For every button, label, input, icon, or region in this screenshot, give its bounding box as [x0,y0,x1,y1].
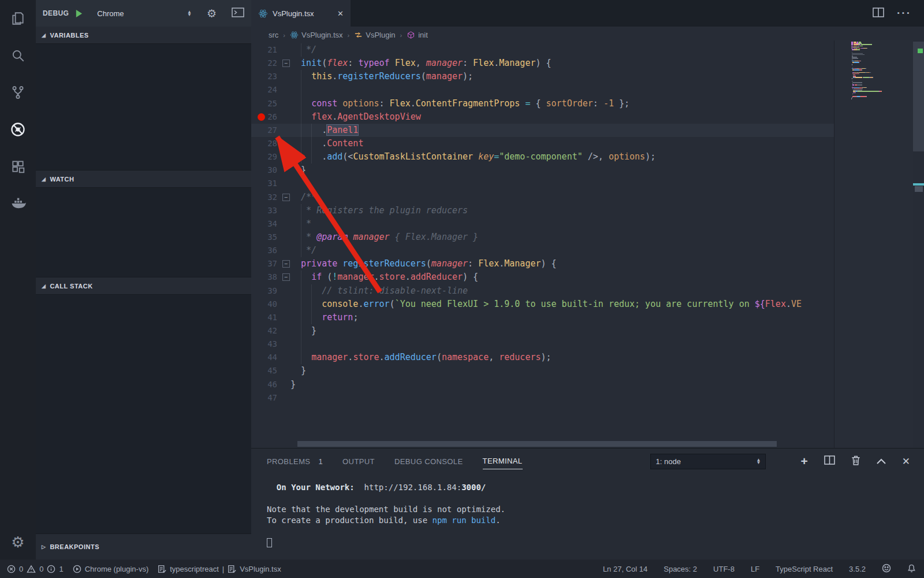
close-panel-icon[interactable]: ✕ [902,455,910,468]
settings-gear-icon[interactable]: ⚙ [0,533,36,551]
code-line[interactable]: 45 } [251,364,834,377]
eol[interactable]: LF [751,565,759,573]
cursor-position[interactable]: Ln 27, Col 14 [603,565,647,573]
run-icon [73,565,81,573]
code-line[interactable]: 22− init(flex: typeof Flex, manager: Fle… [251,57,834,70]
code-line[interactable]: 31 [251,177,834,190]
editor-vertical-scrollbar[interactable] [913,40,924,448]
tasklist-icon [228,565,236,573]
language-mode[interactable]: TypeScript React [776,565,833,573]
breadcrumb-class[interactable]: VsPlugin [354,31,395,39]
fold-icon[interactable]: − [282,60,290,67]
more-actions-icon[interactable]: ··· [897,7,911,20]
debug-console-icon[interactable] [232,8,244,20]
code-line[interactable]: 39 // tslint: disable-next-line [251,284,834,298]
encoding[interactable]: UTF-8 [713,565,735,573]
variables-label: VARIABLES [50,32,88,39]
code-line[interactable]: 41 return; [251,311,834,324]
error-icon [7,565,16,573]
split-editor-icon[interactable] [873,8,884,20]
status-bar: 0 0 1 Chrome (plugin-vs) typescriptreact… [0,560,924,578]
code-line[interactable]: 46} [251,378,834,391]
tab-output[interactable]: OUTPUT [342,454,375,469]
explorer-icon[interactable] [0,0,36,37]
code-line[interactable]: 33 * Registers the plugin reducers [251,204,834,217]
debug-target-status[interactable]: Chrome (plugin-vs) [73,565,149,573]
extensions-icon[interactable] [0,148,36,185]
breadcrumb-file[interactable]: VsPlugin.tsx [290,31,343,39]
call-stack-content[interactable] [36,294,251,534]
ts-version[interactable]: 3.5.2 [849,565,866,573]
overview-ruler-green-marker [918,49,923,53]
new-terminal-icon[interactable]: + [800,454,807,468]
code-line[interactable]: 27 .Panel1 [251,124,834,137]
code-line[interactable]: 25 const options: Flex.ContentFragmentPr… [251,97,834,110]
chevron-expanded-icon: ◢ [42,32,46,38]
task-status[interactable]: typescriptreact | VsPlugin.tsx [158,565,281,573]
code-line[interactable]: 32− /** [251,191,834,204]
debug-config-select[interactable]: Chrome [97,9,124,18]
code-line[interactable]: 44 manager.store.addReducer(namespace, r… [251,351,834,364]
watch-section-header[interactable]: ◢ WATCH [36,171,251,187]
config-dropdown-icon[interactable]: ▲▼ [187,10,192,16]
source-control-icon[interactable] [0,74,36,111]
code-editor[interactable]: 21 */22− init(flex: typeof Flex, manager… [251,43,834,440]
tab-debug-console[interactable]: DEBUG CONSOLE [394,454,463,469]
tab-vsplugin[interactable]: VsPlugin.tsx ✕ [251,0,351,27]
fold-icon[interactable]: − [282,273,290,281]
minimap[interactable] [834,40,913,448]
scrollbar-slider[interactable] [913,42,924,151]
code-line[interactable]: 47 [251,391,834,405]
breakpoints-label: BREAKPOINTS [50,543,99,550]
code-line[interactable]: 29 .add(<CustomTaskListContainer key="de… [251,150,834,164]
code-line[interactable]: 30 } [251,164,834,177]
code-line[interactable]: 42 } [251,324,834,338]
code-line[interactable]: 40 console.error(`You need FlexUI > 1.9.… [251,298,834,311]
chevron-expanded-icon: ◢ [42,176,46,182]
fold-icon[interactable]: − [282,194,290,201]
breadcrumb-method[interactable]: init [407,31,428,39]
start-debug-button[interactable] [74,9,83,18]
debug-settings-gear-icon[interactable]: ⚙ [207,7,217,20]
cube-icon [407,31,415,39]
call-stack-section-header[interactable]: ◢ CALL STACK [36,277,251,294]
editor-horizontal-scrollbar[interactable] [297,441,777,447]
debug-icon[interactable] [0,111,36,148]
terminal[interactable]: On Your Network: http://192.168.1.84:300… [251,474,924,548]
maximize-panel-icon[interactable] [877,456,886,466]
code-line[interactable]: 43 [251,338,834,351]
breadcrumb: src › VsPlugin.tsx › VsPlugin › init [251,27,924,43]
code-line[interactable]: 26 flex.AgentDesktopView [251,110,834,124]
breakpoints-section-header[interactable]: ▷ BREAKPOINTS [36,534,251,560]
code-line[interactable]: 34 * [251,217,834,231]
code-line[interactable]: 21 */ [251,43,834,57]
breakpoint-dot[interactable] [258,113,265,121]
code-line[interactable]: 23 this.registerReducers(manager); [251,70,834,83]
code-line[interactable]: 38− if (!manager.store.addReducer) { [251,271,834,284]
code-line[interactable]: 24 [251,83,834,97]
terminal-instance-select[interactable]: 1: node ▲▼ [650,454,766,469]
code-line[interactable]: 35 * @param manager { Flex.Manager } [251,231,834,244]
chevron-expanded-icon: ◢ [42,283,46,289]
code-line[interactable]: 36 */ [251,244,834,257]
split-terminal-icon[interactable] [824,455,835,467]
breadcrumb-src[interactable]: src [269,31,278,39]
search-icon[interactable] [0,37,36,74]
code-line[interactable]: 37− private registerReducers(manager: Fl… [251,257,834,271]
tab-close-icon[interactable]: ✕ [337,9,344,18]
feedback-smiley-icon[interactable] [882,564,891,575]
variables-section-header[interactable]: ◢ VARIABLES [36,27,251,43]
problems-status[interactable]: 0 0 1 [7,565,64,573]
code-line[interactable]: 28 .Content [251,137,834,150]
watch-content[interactable] [36,187,251,277]
overview-ruler-cyan-marker [913,183,924,186]
class-symbol-icon [354,31,363,39]
fold-icon[interactable]: − [282,260,290,268]
indentation[interactable]: Spaces: 2 [664,565,697,573]
kill-terminal-trash-icon[interactable] [851,455,860,468]
notifications-bell-icon[interactable] [907,564,916,575]
tab-terminal[interactable]: TERMINAL [483,453,523,469]
tab-problems[interactable]: PROBLEMS1 [267,454,323,469]
variables-content[interactable] [36,43,251,171]
docker-icon[interactable] [0,185,36,222]
